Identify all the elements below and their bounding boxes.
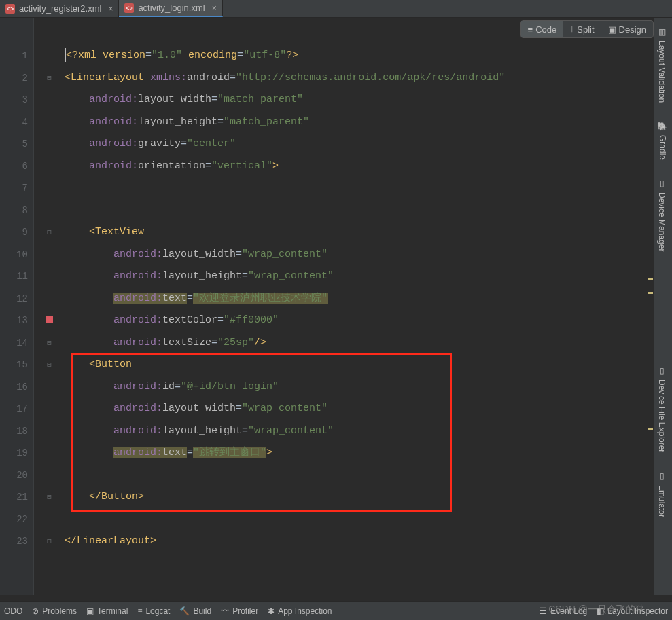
hammer-icon: 🔨 xyxy=(179,606,190,616)
fold-end-icon[interactable]: ⊟ xyxy=(46,486,53,493)
terminal-tool[interactable]: ▣ Terminal xyxy=(86,606,128,616)
fold-icon[interactable]: ⊟ xyxy=(46,67,53,74)
fold-end-icon[interactable]: ⊟ xyxy=(46,530,53,537)
fold-icon[interactable]: ⊟ xyxy=(46,354,53,361)
close-icon[interactable]: × xyxy=(212,3,217,13)
terminal-icon: ▣ xyxy=(86,606,94,616)
bug-icon: ✱ xyxy=(268,606,275,616)
close-icon[interactable]: × xyxy=(108,4,113,14)
gradle-icon: 🐘 xyxy=(657,122,667,131)
profiler-icon: 〰 xyxy=(221,606,229,616)
layout-icon: ▥ xyxy=(658,27,666,37)
split-view-button[interactable]: ⫴ Split xyxy=(563,21,601,37)
xml-file-icon: <> xyxy=(5,4,15,14)
color-marker-icon[interactable] xyxy=(46,316,53,323)
gradle-tool[interactable]: 🐘 Gradle xyxy=(654,112,670,169)
fold-end-icon[interactable]: ⊟ xyxy=(46,332,53,339)
line-number-gutter: 12 34 56 78 910 1112 1314 1516 1718 1920… xyxy=(0,18,34,595)
code-editor[interactable]: 12 34 56 78 910 1112 1314 1516 1718 1920… xyxy=(0,18,654,595)
layout-inspector-tool[interactable]: ◧ Layout Inspector xyxy=(597,606,668,616)
fold-icon[interactable]: ⊟ xyxy=(46,221,53,228)
view-mode-switcher: ≡ Code ⫴ Split ▣ Design xyxy=(520,20,654,38)
layout-validation-tool[interactable]: ▥ Layout Validation xyxy=(654,18,669,112)
device-manager-tool[interactable]: ▯ Device Manager xyxy=(654,169,669,261)
code-view-button[interactable]: ≡ Code xyxy=(521,21,564,37)
event-log-tool[interactable]: ☰ Event Log xyxy=(540,606,587,616)
status-bar: ODO ⊘ Problems ▣ Terminal ≡ Logcat 🔨 Bui… xyxy=(0,601,672,620)
tab-register2[interactable]: <> activity_register2.xml × xyxy=(0,0,119,17)
logcat-icon: ≡ xyxy=(137,606,142,616)
warning-icon: ⊘ xyxy=(32,606,39,616)
logcat-tool[interactable]: ≡ Logcat xyxy=(137,606,170,616)
build-tool[interactable]: 🔨 Build xyxy=(179,606,211,616)
app-inspection-tool[interactable]: ✱ App Inspection xyxy=(268,606,332,616)
device-file-explorer-tool[interactable]: ▯ Device File Explorer xyxy=(654,357,669,462)
right-tool-strip: ▥ Layout Validation 🐘 Gradle ▯ Device Ma… xyxy=(654,18,672,595)
tab-label: activity_login.xml xyxy=(138,3,205,13)
profiler-tool[interactable]: 〰 Profiler xyxy=(221,606,258,616)
problems-tool[interactable]: ⊘ Problems xyxy=(32,606,77,616)
code-content[interactable]: <?xml version="1.0" encoding="utf-8"?> <… xyxy=(65,18,654,595)
tab-login[interactable]: <> activity_login.xml × xyxy=(119,0,222,17)
xml-file-icon: <> xyxy=(124,3,134,13)
emulator-tool[interactable]: ▯ Emulator xyxy=(654,462,669,527)
todo-tool[interactable]: ODO xyxy=(4,606,22,616)
log-icon: ☰ xyxy=(540,606,547,616)
list-icon: ≡ xyxy=(528,24,533,35)
device-icon: ▯ xyxy=(660,179,665,188)
folder-icon: ▯ xyxy=(660,366,665,376)
split-icon: ⫴ xyxy=(570,24,574,35)
error-stripe[interactable] xyxy=(646,48,653,564)
image-icon: ▣ xyxy=(608,24,616,35)
editor-tabs-bar: <> activity_register2.xml × <> activity_… xyxy=(0,0,672,18)
tab-label: activity_register2.xml xyxy=(19,3,101,14)
design-view-button[interactable]: ▣ Design xyxy=(601,21,653,37)
emulator-icon: ▯ xyxy=(660,471,665,481)
layers-icon: ◧ xyxy=(597,606,604,616)
marker-gutter: ⊟ ⊟ ⊟ ⊟ ⊟ ⊟ xyxy=(34,18,65,595)
